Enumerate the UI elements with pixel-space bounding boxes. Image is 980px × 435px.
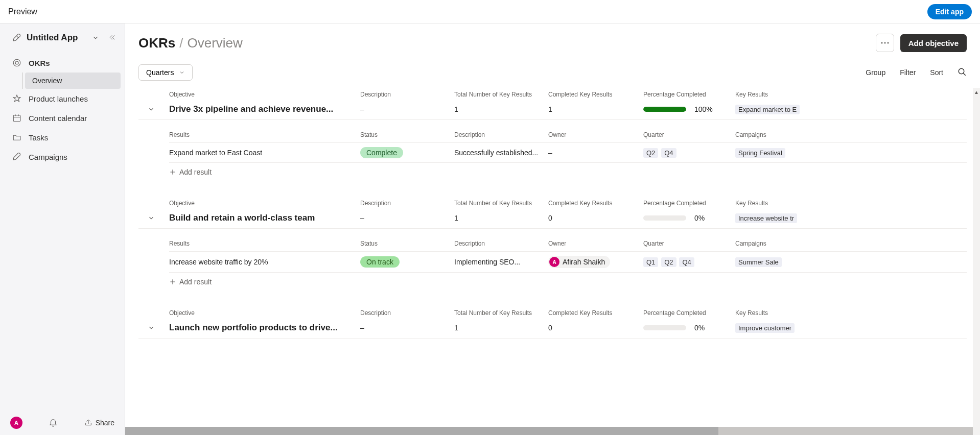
objective-header-row: ObjectiveDescriptionTotal Number of Key … [138, 197, 967, 210]
objective-header-row: ObjectiveDescriptionTotal Number of Key … [138, 88, 967, 101]
add-result-button[interactable]: Add result [169, 273, 967, 291]
scroll-up-arrow[interactable]: ▲ [973, 88, 980, 96]
key-result-tag[interactable]: Increase website tr [735, 213, 797, 223]
edit-app-button[interactable]: Edit app [927, 4, 972, 19]
search-button[interactable] [958, 67, 967, 78]
result-campaigns: Spring Festival [735, 148, 817, 158]
target-icon [12, 58, 21, 67]
objective-total: 1 [454, 105, 548, 113]
collapse-sidebar-icon[interactable] [108, 34, 116, 42]
sidebar-item-product-launches[interactable]: Product launches [4, 89, 121, 108]
sidebar-item-okrs[interactable]: OKRs [4, 53, 121, 72]
objective-key-results: Increase website tr [735, 213, 817, 223]
col-objective: Objective [169, 200, 360, 207]
owner-name: Afirah Shaikh [563, 258, 605, 266]
col-total: Total Number of Key Results [454, 309, 548, 317]
chevron-down-icon[interactable] [92, 34, 99, 41]
objective-pct: 100% [643, 105, 735, 113]
col-key-results: Key Results [735, 91, 817, 98]
col-description: Description [360, 309, 454, 317]
share-button[interactable]: Share [84, 419, 114, 427]
search-icon [958, 67, 967, 77]
expand-toggle[interactable] [138, 214, 169, 222]
quarter-tag[interactable]: Q1 [643, 257, 658, 267]
more-options-button[interactable] [876, 34, 894, 52]
chevron-down-icon [148, 324, 155, 331]
objective-pct: 0% [643, 324, 735, 332]
expand-toggle[interactable] [138, 324, 169, 331]
col-owner: Owner [548, 240, 643, 247]
plus-icon [169, 278, 176, 285]
col-completed: Completed Key Results [548, 91, 643, 98]
star-icon [12, 94, 21, 103]
breadcrumb-separator: / [179, 35, 183, 51]
sort-button[interactable]: Sort [930, 68, 943, 77]
col-description: Description [360, 200, 454, 207]
pct-text: 100% [694, 105, 713, 113]
content-area: ObjectiveDescriptionTotal Number of Key … [125, 88, 980, 435]
result-row[interactable]: Increase website traffic by 20%On trackI… [169, 251, 967, 273]
svg-rect-2 [13, 115, 20, 122]
quarter-tag[interactable]: Q2 [661, 257, 676, 267]
objective-row[interactable]: Launch new portfolio products to drive..… [138, 320, 967, 339]
objective-total: 1 [454, 324, 548, 332]
col-campaigns: Campaigns [735, 131, 817, 138]
campaign-tag[interactable]: Spring Festival [735, 148, 785, 158]
notifications-button[interactable] [49, 418, 58, 428]
app-title[interactable]: Untitled App [27, 33, 87, 43]
ellipsis-icon [881, 42, 889, 44]
quarters-dropdown[interactable]: Quarters [138, 64, 193, 81]
group-button[interactable]: Group [866, 68, 885, 77]
campaign-tag[interactable]: Summer Sale [735, 257, 782, 267]
sidebar-item-campaigns[interactable]: Campaigns [4, 147, 121, 166]
sidebar-footer: A Share [0, 410, 125, 435]
objective-row[interactable]: Build and retain a world-class team–100%… [138, 210, 967, 229]
chevron-down-icon [179, 69, 185, 76]
owner-avatar: A [549, 257, 559, 267]
objective-completed: 0 [548, 214, 643, 222]
result-campaigns: Summer Sale [735, 257, 817, 267]
vertical-scrollbar[interactable]: ▲ [973, 88, 980, 435]
expand-toggle[interactable] [138, 106, 169, 113]
results-header-row: ResultsStatusDescriptionOwnerQuarterCamp… [169, 236, 967, 251]
quarter-tag[interactable]: Q4 [661, 148, 676, 158]
col-pct: Percentage Completed [643, 200, 735, 207]
col-status: Status [360, 240, 454, 247]
topbar: Preview Edit app [0, 0, 980, 23]
user-avatar[interactable]: A [10, 417, 22, 429]
rocket-icon [12, 33, 21, 42]
objective-pct: 0% [643, 214, 735, 222]
key-result-tag[interactable]: Expand market to E [735, 105, 800, 114]
col-results: Results [169, 131, 360, 138]
folder-icon [12, 133, 21, 142]
calendar-icon [12, 113, 21, 123]
progress-bar [643, 325, 686, 330]
scrollbar-thumb[interactable] [125, 427, 718, 435]
filter-button[interactable]: Filter [900, 68, 916, 77]
owner-chip[interactable]: AAfirah Shaikh [548, 256, 610, 268]
sidebar-item-tasks[interactable]: Tasks [4, 128, 121, 147]
sidebar-item-content-calendar[interactable]: Content calendar [4, 108, 121, 128]
add-objective-button[interactable]: Add objective [900, 34, 967, 52]
quarter-tag[interactable]: Q4 [679, 257, 694, 267]
progress-bar [643, 215, 686, 221]
objective-header-row: ObjectiveDescriptionTotal Number of Key … [138, 306, 967, 320]
add-result-button[interactable]: Add result [169, 163, 967, 181]
key-result-tag[interactable]: Improve customer [735, 323, 795, 333]
results-wrapper: ResultsStatusDescriptionOwnerQuarterCamp… [169, 236, 967, 291]
share-label: Share [96, 419, 114, 427]
chevron-down-icon [148, 106, 155, 113]
svg-point-1 [15, 61, 18, 64]
objective-row[interactable]: Drive 3x pipeline and achieve revenue...… [138, 101, 967, 120]
col-completed: Completed Key Results [548, 309, 643, 317]
result-row[interactable]: Expand market to East CoastCompleteSucce… [169, 142, 967, 163]
result-owner: AAfirah Shaikh [548, 256, 643, 268]
quarter-tag[interactable]: Q2 [643, 148, 658, 158]
sidebar-subitem-overview[interactable]: Overview [25, 72, 121, 89]
breadcrumb-root[interactable]: OKRs [138, 35, 175, 51]
horizontal-scrollbar[interactable] [125, 427, 973, 435]
col-quarter: Quarter [643, 240, 735, 247]
col-pct: Percentage Completed [643, 91, 735, 98]
result-description: Successfully established... [454, 149, 548, 157]
sidebar-nav: OKRsOverviewProduct launchesContent cale… [0, 53, 125, 410]
